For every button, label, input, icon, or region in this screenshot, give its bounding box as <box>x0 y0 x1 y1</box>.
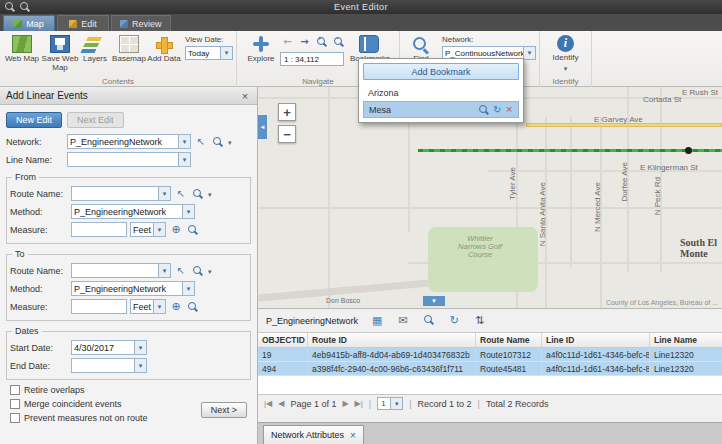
zoom-in-icon[interactable] <box>5 2 15 12</box>
chevron-down-icon[interactable] <box>153 223 165 236</box>
map-label: N Merced Ave <box>593 182 602 232</box>
checkbox-icon[interactable] <box>10 385 20 395</box>
contents-group-label: Contents <box>0 77 236 87</box>
map-scale-input[interactable]: 1 : 34,112 <box>280 52 344 66</box>
first-page-icon[interactable] <box>264 399 272 408</box>
start-date-select[interactable]: 4/30/2017 <box>71 340 147 355</box>
zoom-out-icon[interactable] <box>20 2 30 12</box>
view-date-select[interactable]: Today <box>185 46 233 60</box>
basemap-button[interactable]: Basemap <box>111 33 147 63</box>
network-field-select[interactable]: P_EngineeringNetwork <box>67 134 191 149</box>
zoom-lookup-icon[interactable] <box>211 135 225 149</box>
to-route-name-select[interactable] <box>71 263 171 278</box>
new-edit-button[interactable]: New Edit <box>6 112 62 128</box>
to-method-select[interactable]: P_EngineeringNetwork <box>71 281 195 296</box>
tab-review[interactable]: Review <box>111 15 171 31</box>
end-date-select[interactable] <box>71 358 147 373</box>
selection-grid-icon[interactable]: ▦ <box>372 315 382 326</box>
page-size-value: 1 <box>381 399 385 408</box>
cell-route-id: a398f4fc-2940-4c00-96b6-c63436f1f711 <box>308 362 476 375</box>
last-page-icon[interactable] <box>355 399 363 408</box>
zoom-measure-icon[interactable] <box>186 223 200 237</box>
to-measure-input[interactable] <box>71 299 127 314</box>
pick-measure-icon[interactable]: ⊕ <box>169 223 183 237</box>
pick-from-map-icon[interactable]: ↖ <box>174 264 188 278</box>
page-size-select[interactable]: 1 <box>377 397 403 410</box>
delete-bookmark-icon[interactable]: × <box>505 105 513 114</box>
next-edit-button[interactable]: Next Edit <box>67 112 124 128</box>
chevron-down-icon[interactable] <box>158 264 170 277</box>
pick-measure-icon[interactable]: ⊕ <box>169 300 183 314</box>
checkbox-icon[interactable] <box>10 399 20 409</box>
next-page-icon[interactable] <box>342 399 348 408</box>
chevron-down-icon[interactable] <box>134 341 146 354</box>
bookmark-item-arizona[interactable]: Arizona <box>363 84 519 101</box>
checkbox-icon[interactable] <box>10 413 20 423</box>
column-line-id[interactable]: Line ID <box>542 333 650 347</box>
save-web-map-button[interactable]: Save Web Map <box>41 33 79 72</box>
previous-page-icon[interactable] <box>278 399 284 408</box>
chevron-down-icon[interactable] <box>158 187 170 200</box>
chevron-down-icon[interactable] <box>220 47 232 59</box>
chevron-down-icon[interactable] <box>182 282 194 295</box>
layers-button[interactable]: Layers <box>79 33 111 63</box>
pick-from-map-icon[interactable]: ↖ <box>174 187 188 201</box>
bookmark-item-mesa[interactable]: Mesa ↻ × <box>363 101 519 118</box>
tab-edit[interactable]: Edit <box>57 15 109 31</box>
collapse-panel-arrow[interactable]: ◄ <box>258 115 267 139</box>
next-extent-icon[interactable]: → <box>297 35 312 49</box>
from-unit-select[interactable]: Feet <box>130 222 166 237</box>
sort-icon[interactable]: ⇅ <box>475 315 484 326</box>
save-web-map-label: Save Web Map <box>41 54 79 72</box>
pick-from-map-icon[interactable]: ↖ <box>194 135 208 149</box>
add-data-button[interactable]: Add Data <box>147 33 181 63</box>
zoom-out-button[interactable]: − <box>278 125 296 143</box>
to-unit-select[interactable]: Feet <box>130 299 166 314</box>
refresh-bookmark-icon[interactable]: ↻ <box>493 105 501 115</box>
chevron-down-icon[interactable] <box>228 137 232 147</box>
chevron-down-icon[interactable] <box>178 135 190 148</box>
zoom-to-bookmark-icon[interactable] <box>479 105 489 115</box>
add-bookmark-button[interactable]: Add Bookmark <box>363 63 519 80</box>
open-attribute-window-icon[interactable]: ✉ <box>398 315 407 326</box>
table-row[interactable]: 494 a398f4fc-2940-4c00-96b6-c63436f1f711… <box>258 362 722 376</box>
column-line-name[interactable]: Line Name <box>650 333 722 347</box>
prevent-measures-label: Prevent measures not on route <box>24 413 148 423</box>
from-method-select[interactable]: P_EngineeringNetwork <box>71 204 195 219</box>
collapse-table-arrow[interactable]: ▼ <box>423 296 445 306</box>
tab-network-attributes[interactable]: Network Attributes × <box>263 425 364 444</box>
zoom-measure-icon[interactable] <box>186 300 200 314</box>
zoom-in-button[interactable]: + <box>278 103 296 121</box>
zoom-in-tool-icon[interactable]: + <box>314 35 329 49</box>
chevron-down-icon[interactable] <box>153 300 165 313</box>
tab-map[interactable]: Map <box>3 15 55 31</box>
zoom-out-tool-icon[interactable]: − <box>331 35 346 49</box>
close-icon[interactable]: × <box>239 90 251 102</box>
column-objectid[interactable]: OBJECTID <box>258 333 308 347</box>
from-measure-input[interactable] <box>71 222 127 237</box>
zoom-to-selection-icon[interactable] <box>424 315 434 327</box>
chevron-down-icon[interactable] <box>182 205 194 218</box>
web-map-button[interactable]: Web Map <box>3 33 41 63</box>
next-button[interactable]: Next > <box>201 402 247 418</box>
previous-extent-icon[interactable]: ← <box>280 35 295 49</box>
zoom-lookup-icon[interactable] <box>191 264 205 278</box>
table-row[interactable]: 19 4eb9415b-aff8-4d04-ab69-1d403476832b … <box>258 348 722 362</box>
column-route-id[interactable]: Route ID <box>308 333 476 347</box>
chevron-down-icon[interactable] <box>523 47 535 59</box>
column-route-name[interactable]: Route Name <box>476 333 542 347</box>
network-field-value: P_EngineeringNetwork <box>70 137 162 147</box>
chevron-down-icon[interactable] <box>178 153 190 166</box>
chevron-down-icon[interactable] <box>134 359 146 372</box>
retire-overlaps-option[interactable]: Retire overlaps <box>10 385 251 395</box>
zoom-lookup-icon[interactable] <box>191 187 205 201</box>
identify-button[interactable]: i Identify <box>544 33 588 73</box>
chevron-down-icon[interactable] <box>208 189 212 199</box>
from-route-name-select[interactable] <box>71 186 171 201</box>
chevron-down-icon[interactable] <box>208 266 212 276</box>
refresh-table-icon[interactable]: ↻ <box>450 315 459 326</box>
explore-button[interactable]: Explore <box>242 33 280 63</box>
chevron-down-icon[interactable] <box>390 398 402 409</box>
close-icon[interactable]: × <box>350 430 356 441</box>
line-name-select[interactable] <box>67 152 191 167</box>
